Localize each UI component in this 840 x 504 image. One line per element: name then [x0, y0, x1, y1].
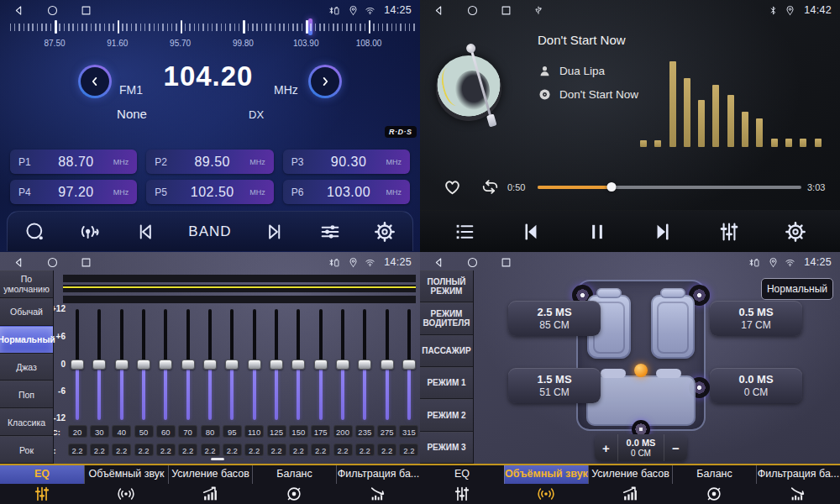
- delay-front-right-button[interactable]: 0.5 MS 17 CM: [710, 301, 802, 336]
- settings-button[interactable]: [784, 220, 807, 244]
- tab-bass-boost[interactable]: Усиление басов: [588, 465, 672, 504]
- delay-rear-left-button[interactable]: 1.5 MS 51 CM: [508, 368, 601, 403]
- eq-band-slider[interactable]: [186, 309, 190, 420]
- eq-band-slider[interactable]: [297, 309, 300, 420]
- seek-previous-button[interactable]: [134, 220, 157, 244]
- soundfield-mode-item-4[interactable]: РЕЖИМ 2: [420, 399, 473, 431]
- eq-band-slider[interactable]: [120, 309, 123, 420]
- soundfield-mode-item-2[interactable]: ПАССАЖИР: [420, 335, 473, 367]
- home-icon[interactable]: [46, 4, 59, 17]
- eq-preset-item-0[interactable]: По умолчанию: [0, 270, 53, 298]
- eq-preset-item-5[interactable]: Классика: [0, 408, 53, 436]
- delay-increase-button[interactable]: +: [595, 434, 617, 461]
- slider-thumb[interactable]: [270, 360, 283, 370]
- equalizer-button[interactable]: [717, 220, 741, 244]
- eq-band-slider[interactable]: [230, 309, 234, 420]
- delay-decrease-button[interactable]: −: [664, 434, 687, 461]
- slider-thumb[interactable]: [225, 360, 239, 370]
- repeat-button[interactable]: [480, 176, 501, 197]
- back-icon[interactable]: [13, 256, 25, 269]
- slider-thumb[interactable]: [115, 360, 129, 370]
- eq-preset-item-2[interactable]: Нормальный: [0, 326, 53, 354]
- eq-band-slider[interactable]: [363, 309, 366, 420]
- tab-surround[interactable]: Объёмный звук: [504, 465, 588, 504]
- eq-band-slider[interactable]: [76, 309, 79, 420]
- slider-thumb[interactable]: [92, 360, 106, 370]
- tab-filter[interactable]: Фильтрация ба...: [336, 465, 420, 504]
- eq-band-slider[interactable]: [253, 309, 256, 420]
- recents-icon[interactable]: [500, 256, 512, 269]
- slider-thumb[interactable]: [381, 360, 394, 370]
- soundfield-mode-item-3[interactable]: РЕЖИМ 1: [420, 367, 473, 399]
- slider-thumb[interactable]: [137, 360, 150, 370]
- eq-band-slider[interactable]: [341, 309, 344, 420]
- eq-preset-item-6[interactable]: Рок: [0, 436, 53, 464]
- slider-thumb[interactable]: [203, 360, 217, 370]
- preset-button-p3[interactable]: P390.30MHz: [283, 150, 410, 174]
- eq-preset-item-3[interactable]: Джаз: [0, 354, 53, 381]
- favorite-button[interactable]: [442, 176, 463, 197]
- recents-icon[interactable]: [500, 4, 512, 17]
- home-icon[interactable]: [46, 256, 59, 269]
- slider-thumb[interactable]: [181, 360, 195, 370]
- listening-position-dot[interactable]: [634, 364, 648, 377]
- previous-track-button[interactable]: [519, 220, 543, 244]
- back-icon[interactable]: [13, 4, 25, 17]
- delay-rear-right-button[interactable]: 0.0 MS 0 CM: [710, 368, 802, 403]
- soundfield-mode-item-0[interactable]: ПОЛНЫЙ РЕЖИМ: [420, 270, 473, 302]
- delay-front-left-button[interactable]: 2.5 MS 85 CM: [508, 301, 601, 336]
- pause-button[interactable]: [585, 220, 609, 244]
- seek-down-button[interactable]: [78, 65, 112, 98]
- eq-band-slider[interactable]: [275, 309, 278, 420]
- slider-thumb[interactable]: [358, 360, 371, 370]
- slider-thumb[interactable]: [71, 360, 84, 370]
- dx-local-button[interactable]: [78, 220, 102, 244]
- slider-thumb[interactable]: [159, 360, 172, 370]
- sound-preset-badge[interactable]: Нормальный: [761, 278, 833, 300]
- slider-thumb[interactable]: [402, 360, 416, 370]
- eq-preset-item-1[interactable]: Обычай: [0, 298, 53, 326]
- tuning-scale[interactable]: 87.5091.6095.7099.80103.90108.00: [0, 18, 420, 50]
- back-icon[interactable]: [433, 4, 445, 17]
- eq-band-slider[interactable]: [208, 309, 212, 420]
- tab-eq-sliders[interactable]: EQ: [420, 465, 504, 504]
- eq-band-slider[interactable]: [407, 309, 411, 420]
- tab-eq-sliders[interactable]: EQ: [0, 465, 84, 504]
- eq-band-slider[interactable]: [142, 309, 145, 420]
- preset-button-p4[interactable]: P497.20MHz: [10, 180, 137, 204]
- home-icon[interactable]: [466, 256, 479, 269]
- audio-settings-button[interactable]: [318, 220, 342, 244]
- eq-preset-item-4[interactable]: Поп: [0, 381, 53, 408]
- recents-icon[interactable]: [80, 4, 92, 17]
- tab-balance[interactable]: Баланс: [252, 465, 336, 504]
- preset-button-p6[interactable]: P6103.00MHz: [283, 180, 410, 204]
- slider-thumb[interactable]: [336, 360, 349, 370]
- progress-thumb[interactable]: [606, 182, 616, 192]
- eq-band-slider[interactable]: [319, 309, 323, 420]
- eq-band-slider[interactable]: [97, 309, 101, 420]
- slider-thumb[interactable]: [248, 360, 261, 370]
- seek-next-button[interactable]: [263, 220, 286, 244]
- tab-balance[interactable]: Баланс: [672, 465, 756, 504]
- eq-band-slider[interactable]: [164, 309, 167, 420]
- tab-surround[interactable]: Объёмный звук: [84, 465, 168, 504]
- settings-button[interactable]: [373, 220, 396, 244]
- soundfield-mode-item-5[interactable]: РЕЖИМ 3: [420, 432, 473, 464]
- eq-band-slider[interactable]: [386, 309, 389, 420]
- tab-filter[interactable]: Фильтрация ба...: [756, 465, 840, 504]
- playlist-button[interactable]: [453, 220, 476, 244]
- slider-thumb[interactable]: [314, 360, 328, 370]
- back-icon[interactable]: [433, 256, 445, 269]
- preset-button-p1[interactable]: P188.70MHz: [10, 150, 137, 174]
- recents-icon[interactable]: [80, 256, 92, 269]
- preset-button-p5[interactable]: P5102.50MHz: [146, 180, 273, 204]
- band-button[interactable]: BAND: [188, 223, 231, 240]
- home-icon[interactable]: [466, 4, 479, 17]
- preset-button-p2[interactable]: P289.50MHz: [146, 150, 273, 174]
- tab-bass-boost[interactable]: Усиление басов: [168, 465, 252, 504]
- soundfield-mode-item-1[interactable]: РЕЖИМ ВОДИТЕЛЯ: [420, 302, 473, 334]
- progress-bar[interactable]: [538, 186, 801, 189]
- scan-button[interactable]: [24, 220, 47, 244]
- next-track-button[interactable]: [651, 220, 675, 244]
- slider-thumb[interactable]: [291, 360, 305, 370]
